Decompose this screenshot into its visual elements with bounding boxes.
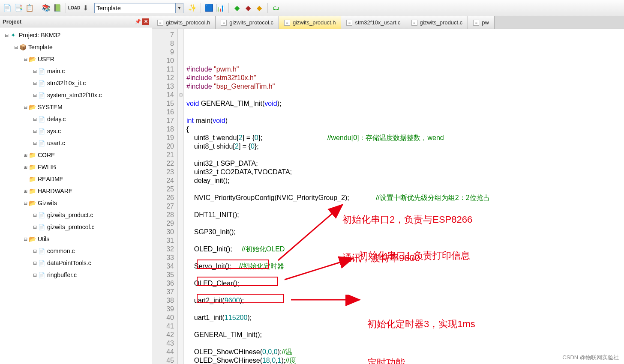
tree-node[interactable]: ⊞📄stm32f10x_it.c <box>0 77 152 89</box>
tree-node[interactable]: ⊞📁FWLIB <box>0 161 152 173</box>
tool-icon-3[interactable]: 📋 <box>25 3 34 13</box>
editor-tab[interactable]: ≡gizwits_protocol.h <box>152 16 216 29</box>
expand-icon[interactable]: ⊞ <box>32 248 38 254</box>
tree-node[interactable]: ⊟📦Template <box>0 41 152 53</box>
expand-icon[interactable]: ⊞ <box>32 81 38 86</box>
expand-icon[interactable]: ⊞ <box>32 272 38 278</box>
tree-node[interactable]: ⊞📄delay.c <box>0 113 152 125</box>
file-icon: 📄 <box>38 212 45 218</box>
template-combo[interactable]: ▼ <box>94 3 183 13</box>
expand-icon[interactable]: ⊞ <box>32 69 38 74</box>
code-area[interactable]: 7891011121314151617181920212223242526272… <box>152 29 624 364</box>
tree-node[interactable]: ⊞📄gizwits_product.c <box>0 209 152 221</box>
code-line[interactable]: #include "pwm.h" <box>186 65 624 74</box>
tree-label: sys.c <box>47 128 61 134</box>
expand-icon[interactable]: ⊞ <box>32 140 38 146</box>
tree-node[interactable]: ⊞📄usart.c <box>0 137 152 149</box>
separator <box>38 3 38 13</box>
tree-node[interactable]: ⊟📂Gizwits <box>0 197 152 209</box>
pin-icon[interactable]: 📌 <box>135 18 141 25</box>
expand-icon[interactable]: ⊞ <box>32 116 38 122</box>
line-gutter: 7891011121314151617181920212223242526272… <box>152 29 178 364</box>
expand-icon[interactable]: ⊟ <box>13 45 19 50</box>
chevron-down-icon[interactable]: ▼ <box>176 3 183 13</box>
tree-node[interactable]: ⊞📄dataPointTools.c <box>0 257 152 269</box>
panel-title: Project <box>3 18 21 25</box>
tree-node[interactable]: ⊞📄main.c <box>0 65 152 77</box>
editor-tab[interactable]: ≡stm32f10x_usart.c <box>341 16 406 29</box>
tree-node[interactable]: 📁README <box>0 173 152 185</box>
project-tree[interactable]: ⊟✦Project: BKM32⊟📦Template⊟📂USER⊞📄main.c… <box>0 27 152 364</box>
tree-label: Template <box>28 44 53 51</box>
tree-label: CORE <box>38 152 55 158</box>
tree-node[interactable]: ⊞📄common.c <box>0 245 152 257</box>
tree-node[interactable]: ⊞📄system_stm32f10x.c <box>0 89 152 101</box>
editor-tab[interactable]: ≡gizwits_product.h <box>279 16 341 29</box>
tree-node[interactable]: ⊞📁HARDWARE <box>0 185 152 197</box>
code-line[interactable]: int main(void) <box>186 116 624 125</box>
highlight-box-uart1 <box>197 277 278 286</box>
tab-label: pw <box>482 19 489 26</box>
tree-node[interactable]: ⊟📂USER <box>0 53 152 65</box>
code-line[interactable]: { <box>186 125 624 134</box>
code-line[interactable]: uint8_t shidu[2] = {0}; <box>186 142 624 151</box>
tool-icon-f[interactable]: 🗂 <box>271 3 281 13</box>
code-line[interactable] <box>186 91 624 99</box>
code-line[interactable]: #include "bsp_GeneralTim.h" <box>186 82 624 91</box>
tree-label: Utils <box>38 236 49 242</box>
code-line[interactable]: uint32_t CO2DATA,TVOCDATA; <box>186 168 624 176</box>
fold-column[interactable]: ⊟ <box>178 29 184 364</box>
expand-icon[interactable]: ⊟ <box>22 200 28 206</box>
expand-icon[interactable]: ⊞ <box>22 152 28 158</box>
tree-node[interactable]: ⊟📂SYSTEM <box>0 101 152 113</box>
expand-icon[interactable]: ⊞ <box>22 164 28 170</box>
tool-icon-e[interactable]: ◆ <box>255 3 264 13</box>
expand-icon[interactable]: ⊞ <box>32 224 38 230</box>
tree-node[interactable]: ⊞📄ringbuffer.c <box>0 269 152 281</box>
expand-icon[interactable]: ⊞ <box>32 260 38 266</box>
code-line[interactable]: delay_init(); <box>186 176 624 185</box>
code-line[interactable] <box>186 151 624 159</box>
file-icon: 📄 <box>38 116 45 122</box>
tool-icon-c[interactable]: ◆ <box>232 3 242 13</box>
editor-tab[interactable]: ≡gizwits_protocol.c <box>216 16 279 29</box>
expand-icon[interactable]: ⊞ <box>32 128 38 134</box>
file-icon: ≡ <box>473 20 479 26</box>
expand-icon[interactable]: ⊟ <box>3 33 9 38</box>
tool-icon-d[interactable]: ◆ <box>243 3 253 13</box>
file-icon: 📄 <box>38 68 45 75</box>
expand-icon[interactable]: ⊞ <box>32 92 38 98</box>
tree-node[interactable]: ⊟📂Utils <box>0 233 152 245</box>
tool-icon-b[interactable]: 📊 <box>216 3 225 13</box>
code-content[interactable]: #include "pwm.h"#include "stm32f10x.h"#i… <box>184 29 624 364</box>
tool-icon-1[interactable]: 📄 <box>3 3 12 13</box>
tree-node[interactable]: ⊟✦Project: BKM32 <box>0 29 152 41</box>
tool-icon-5[interactable]: 📗 <box>53 3 62 13</box>
code-line[interactable]: uint8_t wendu[2] = {0}; //wendu[0]：存储温度数… <box>186 134 624 142</box>
expand-icon[interactable]: ⊞ <box>22 188 28 194</box>
expand-icon[interactable]: ⊟ <box>22 57 28 62</box>
expand-icon[interactable]: ⊞ <box>32 212 38 218</box>
code-line[interactable]: uint32_t SGP_DATA; <box>186 159 624 168</box>
tree-node[interactable]: ⊞📁CORE <box>0 149 152 161</box>
tool-icon-2[interactable]: 📑 <box>14 3 23 13</box>
template-input[interactable] <box>94 3 176 13</box>
editor-tab[interactable]: ≡pw <box>468 16 495 29</box>
expand-icon[interactable]: ⊟ <box>22 104 28 110</box>
close-icon[interactable]: ✕ <box>142 18 149 25</box>
tool-icon-4[interactable]: 📚 <box>42 3 51 13</box>
tool-icon-load[interactable]: LOAD <box>69 3 79 13</box>
code-line[interactable]: void GENERAL_TIM_Init(void); <box>186 99 624 108</box>
editor-tab[interactable]: ≡gizwits_product.c <box>406 16 468 29</box>
tree-node[interactable]: ⊞📄sys.c <box>0 125 152 137</box>
expand-icon[interactable]: ⊟ <box>22 236 28 242</box>
tree-node[interactable]: ⊞📄gizwits_protocol.c <box>0 221 152 233</box>
arrow-3 <box>287 295 364 307</box>
highlight-box-uart2 <box>197 260 269 269</box>
tool-icon-download[interactable]: ⬇ <box>81 3 90 13</box>
tool-icon-wand[interactable]: ✨ <box>188 3 197 13</box>
code-line[interactable]: #include "stm32f10x.h" <box>186 74 624 82</box>
code-line[interactable] <box>186 108 624 116</box>
tool-icon-a[interactable]: 🟦 <box>204 3 214 13</box>
file-icon: ≡ <box>346 20 352 26</box>
